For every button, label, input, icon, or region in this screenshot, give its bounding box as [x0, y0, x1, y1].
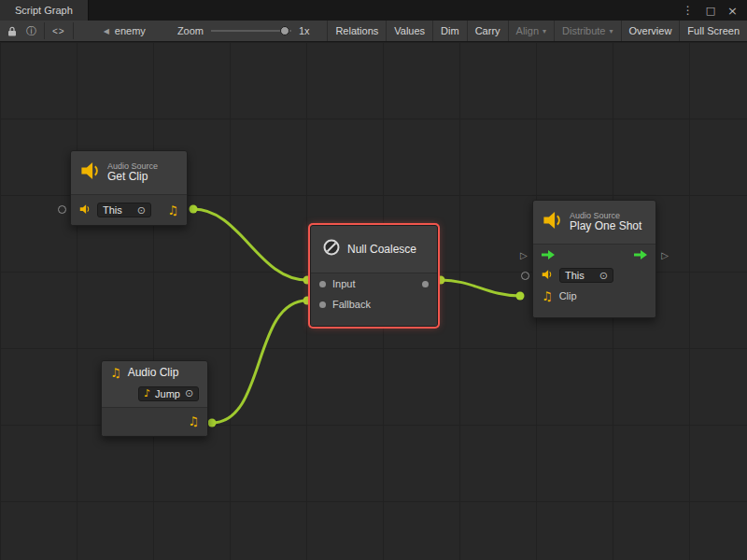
values-button[interactable]: Values [386, 21, 432, 41]
toolbar-left-icons: ⓘ [0, 21, 44, 41]
port-row-fallback: Fallback [311, 294, 437, 315]
control-exit-arrow-icon[interactable] [634, 250, 647, 259]
input-port[interactable] [319, 281, 326, 287]
value-field-row: ♪ Jump ⊙ [102, 384, 207, 407]
zoom-slider[interactable] [211, 25, 291, 36]
window-controls: ⋮ □ × [683, 0, 747, 21]
this-field[interactable]: This ⊙ [559, 268, 613, 283]
script-graph-window: Script Graph ⋮ □ × ⓘ <> ◀ enemy Zoom [0, 0, 747, 560]
node-padding [533, 306, 655, 317]
node-title: Play One Shot [570, 220, 641, 233]
result-output-port[interactable] [422, 281, 429, 287]
tabbar-spacer [89, 0, 683, 21]
zoom-slider-knob[interactable] [280, 26, 289, 35]
chevron-down-icon: ▾ [610, 27, 613, 35]
audio-clip-field[interactable]: ♪ Jump ⊙ [138, 386, 199, 401]
wire-result-to-clip[interactable] [441, 280, 520, 296]
speaker-icon [79, 203, 91, 217]
this-input-port[interactable] [521, 272, 529, 280]
node-header: Audio Source Play One Shot [533, 201, 655, 244]
wire-endpoint [516, 292, 525, 301]
port-row-this: This ⊙ [533, 265, 655, 286]
node-title: Audio Clip [128, 366, 179, 379]
clip-port-label: Clip [559, 290, 577, 301]
port-row-input: Input [311, 273, 437, 294]
maximize-icon[interactable]: □ [706, 5, 715, 17]
speaker-icon [542, 269, 553, 282]
align-label: Align [516, 25, 539, 36]
node-title: Null Coalesce [347, 243, 416, 256]
lock-icon[interactable] [7, 26, 17, 36]
graph-breadcrumb[interactable]: ◀ enemy [94, 21, 155, 41]
wire-getclip-to-input[interactable] [193, 209, 307, 280]
tab-script-graph[interactable]: Script Graph [0, 0, 89, 21]
align-dropdown[interactable]: Align ▾ [508, 21, 554, 41]
port-row-clip: ♫ Clip [533, 286, 655, 306]
graph-canvas[interactable]: Audio Source Get Clip This ⊙ ♫ [0, 42, 747, 560]
graph-toolbar: ⓘ <> ◀ enemy Zoom 1x Relations Values Di… [0, 21, 747, 42]
node-title: Get Clip [107, 171, 158, 184]
this-field[interactable]: This ⊙ [97, 203, 151, 217]
wire-endpoint [208, 419, 217, 427]
node-body: This ⊙ ♫ Clip [533, 244, 655, 317]
overview-button[interactable]: Overview [621, 21, 680, 41]
fallback-port-label: Fallback [332, 299, 371, 310]
relations-label: Relations [335, 25, 378, 36]
this-input-port[interactable] [58, 205, 66, 214]
relations-button[interactable]: Relations [327, 21, 386, 41]
node-header: ♫ Audio Clip [102, 361, 207, 384]
wire-audioclip-to-fallback[interactable] [212, 301, 307, 423]
node-header: Null Coalesce [311, 226, 437, 273]
full-screen-button[interactable]: Full Screen [679, 21, 747, 41]
carry-button[interactable]: Carry [467, 21, 508, 41]
dim-label: Dim [441, 25, 459, 36]
audio-clip-field-value: Jump [155, 388, 180, 399]
breadcrumb-icon: ◀ [104, 27, 109, 35]
dim-button[interactable]: Dim [432, 21, 467, 41]
node-play-one-shot[interactable]: Audio Source Play One Shot [532, 200, 656, 318]
control-input-port[interactable]: ▷ [520, 251, 528, 260]
port-row-output: ♫ [102, 408, 207, 436]
control-output-port[interactable]: ▷ [661, 251, 669, 260]
audio-clip-output-icon[interactable]: ♫ [167, 204, 178, 217]
full-screen-label: Full Screen [687, 25, 740, 36]
values-label: Values [394, 25, 425, 36]
info-icon[interactable]: ⓘ [26, 24, 36, 38]
object-picker-icon[interactable]: ⊙ [185, 388, 193, 399]
node-null-coalesce[interactable]: Null Coalesce Input Fallback [310, 225, 438, 327]
object-picker-icon[interactable]: ⊙ [599, 271, 608, 281]
graph-name-label: enemy [115, 25, 146, 36]
zoom-control: Zoom 1x [168, 21, 319, 41]
audio-clip-output-icon[interactable]: ♫ [188, 415, 199, 427]
audio-source-icon [543, 210, 563, 234]
object-picker-icon[interactable]: ⊙ [137, 205, 146, 216]
node-get-clip[interactable]: Audio Source Get Clip This ⊙ ♫ [70, 150, 188, 226]
fallback-port[interactable] [319, 301, 326, 308]
node-body: Input Fallback [311, 273, 437, 326]
close-icon[interactable]: × [727, 4, 738, 18]
audio-source-icon [80, 161, 101, 185]
null-coalesce-icon [322, 238, 341, 260]
clip-input-icon[interactable]: ♫ [542, 290, 553, 302]
port-row-this: This ⊙ ♫ [71, 195, 187, 225]
window-menu-icon[interactable]: ⋮ [683, 4, 694, 17]
toolbar-spacer [319, 21, 328, 41]
audio-clip-icon: ♫ [110, 367, 121, 379]
this-field-value: This [103, 204, 133, 216]
control-enter-arrow-icon[interactable] [542, 250, 555, 259]
code-view-icon[interactable]: <> [52, 26, 65, 36]
carry-label: Carry [475, 25, 500, 36]
node-audio-clip[interactable]: ♫ Audio Clip ♪ Jump ⊙ ♫ [101, 360, 208, 437]
distribute-dropdown[interactable]: Distribute ▾ [554, 21, 620, 41]
toolbar-separator [73, 22, 74, 39]
chevron-down-icon: ▾ [543, 27, 546, 35]
tab-bar: Script Graph ⋮ □ × [0, 0, 747, 21]
wire-endpoint [190, 205, 198, 214]
tab-title: Script Graph [15, 5, 73, 16]
node-padding [311, 315, 437, 326]
node-body: This ⊙ ♫ [71, 194, 187, 225]
this-field-value: This [565, 270, 595, 281]
zoom-value: 1x [299, 25, 310, 36]
input-port-label: Input [332, 278, 355, 289]
overview-label: Overview [629, 25, 672, 36]
